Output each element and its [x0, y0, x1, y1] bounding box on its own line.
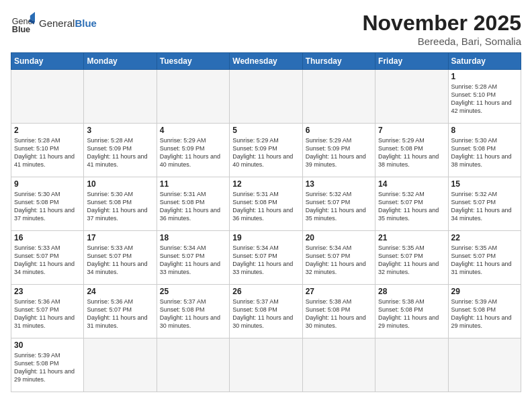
calendar-cell-26: 26Sunrise: 5:37 AMSunset: 5:08 PMDayligh… — [230, 285, 302, 338]
calendar-cell-27: 27Sunrise: 5:38 AMSunset: 5:08 PMDayligh… — [302, 285, 375, 338]
calendar-week-5: 23Sunrise: 5:36 AMSunset: 5:07 PMDayligh… — [11, 285, 521, 338]
day-info: Sunrise: 5:29 AMSunset: 5:09 PMDaylight:… — [306, 136, 372, 169]
day-info: Sunrise: 5:28 AMSunset: 5:09 PMDaylight:… — [87, 136, 153, 169]
weekday-header-wednesday: Wednesday — [230, 53, 302, 70]
day-info: Sunrise: 5:35 AMSunset: 5:07 PMDaylight:… — [378, 244, 445, 277]
day-info: Sunrise: 5:37 AMSunset: 5:08 PMDaylight:… — [160, 298, 226, 330]
day-number: 29 — [451, 287, 518, 296]
day-info: Sunrise: 5:39 AMSunset: 5:08 PMDaylight:… — [451, 298, 518, 330]
calendar-cell-2: 2Sunrise: 5:28 AMSunset: 5:10 PMDaylight… — [11, 124, 84, 177]
day-number: 14 — [378, 179, 445, 189]
calendar-week-4: 16Sunrise: 5:33 AMSunset: 5:07 PMDayligh… — [11, 231, 521, 285]
svg-text:Blue: Blue — [12, 25, 30, 34]
calendar-cell-22: 22Sunrise: 5:35 AMSunset: 5:07 PMDayligh… — [448, 231, 521, 285]
day-number: 21 — [378, 233, 445, 242]
calendar-cell-empty — [448, 338, 521, 392]
calendar-cell-20: 20Sunrise: 5:34 AMSunset: 5:07 PMDayligh… — [302, 231, 375, 285]
day-info: Sunrise: 5:34 AMSunset: 5:07 PMDaylight:… — [160, 244, 226, 277]
day-info: Sunrise: 5:32 AMSunset: 5:07 PMDaylight:… — [306, 190, 372, 223]
calendar-cell-3: 3Sunrise: 5:28 AMSunset: 5:09 PMDaylight… — [84, 124, 157, 177]
calendar-week-1: 1Sunrise: 5:28 AMSunset: 5:10 PMDaylight… — [11, 70, 521, 124]
calendar-cell-12: 12Sunrise: 5:31 AMSunset: 5:08 PMDayligh… — [230, 177, 302, 231]
calendar-cell-9: 9Sunrise: 5:30 AMSunset: 5:08 PMDaylight… — [11, 177, 84, 231]
day-info: Sunrise: 5:33 AMSunset: 5:07 PMDaylight:… — [14, 244, 81, 277]
day-number: 26 — [232, 287, 299, 296]
day-number: 22 — [451, 233, 518, 242]
calendar-cell-30: 30Sunrise: 5:39 AMSunset: 5:08 PMDayligh… — [11, 338, 84, 392]
day-info: Sunrise: 5:28 AMSunset: 5:10 PMDaylight:… — [14, 136, 81, 169]
weekday-header-friday: Friday — [375, 53, 448, 70]
day-number: 11 — [160, 179, 226, 189]
day-number: 27 — [306, 287, 372, 296]
day-number: 2 — [14, 126, 81, 135]
day-number: 30 — [14, 340, 81, 350]
day-info: Sunrise: 5:34 AMSunset: 5:07 PMDaylight:… — [306, 244, 372, 277]
calendar-cell-17: 17Sunrise: 5:33 AMSunset: 5:07 PMDayligh… — [84, 231, 157, 285]
calendar-cell-10: 10Sunrise: 5:30 AMSunset: 5:08 PMDayligh… — [84, 177, 157, 231]
weekday-header-thursday: Thursday — [302, 53, 375, 70]
day-number: 25 — [160, 287, 226, 296]
calendar-cell-empty — [302, 338, 375, 392]
calendar-cell-11: 11Sunrise: 5:31 AMSunset: 5:08 PMDayligh… — [157, 177, 229, 231]
logo-text-normal: General — [39, 17, 75, 29]
day-info: Sunrise: 5:29 AMSunset: 5:09 PMDaylight:… — [160, 136, 226, 169]
calendar-cell-18: 18Sunrise: 5:34 AMSunset: 5:07 PMDayligh… — [157, 231, 229, 285]
calendar-cell-empty — [157, 70, 229, 124]
calendar-cell-empty — [230, 70, 302, 124]
day-info: Sunrise: 5:35 AMSunset: 5:07 PMDaylight:… — [451, 244, 518, 277]
calendar-table: SundayMondayTuesdayWednesdayThursdayFrid… — [11, 52, 521, 392]
calendar-cell-1: 1Sunrise: 5:28 AMSunset: 5:10 PMDaylight… — [448, 70, 521, 124]
day-info: Sunrise: 5:30 AMSunset: 5:08 PMDaylight:… — [87, 190, 153, 223]
calendar-cell-25: 25Sunrise: 5:37 AMSunset: 5:08 PMDayligh… — [157, 285, 229, 338]
day-info: Sunrise: 5:29 AMSunset: 5:08 PMDaylight:… — [378, 136, 445, 169]
day-number: 16 — [14, 233, 81, 242]
day-info: Sunrise: 5:33 AMSunset: 5:07 PMDaylight:… — [87, 244, 153, 277]
day-info: Sunrise: 5:31 AMSunset: 5:08 PMDaylight:… — [160, 190, 226, 223]
day-number: 13 — [306, 179, 372, 189]
calendar-cell-13: 13Sunrise: 5:32 AMSunset: 5:07 PMDayligh… — [302, 177, 375, 231]
calendar-week-2: 2Sunrise: 5:28 AMSunset: 5:10 PMDaylight… — [11, 124, 521, 177]
day-info: Sunrise: 5:31 AMSunset: 5:08 PMDaylight:… — [232, 190, 299, 223]
calendar-week-3: 9Sunrise: 5:30 AMSunset: 5:08 PMDaylight… — [11, 177, 521, 231]
day-info: Sunrise: 5:37 AMSunset: 5:08 PMDaylight:… — [232, 298, 299, 330]
logo-text-bold: Blue — [75, 17, 97, 29]
calendar-cell-21: 21Sunrise: 5:35 AMSunset: 5:07 PMDayligh… — [375, 231, 448, 285]
day-info: Sunrise: 5:38 AMSunset: 5:08 PMDaylight:… — [378, 298, 445, 330]
calendar-cell-24: 24Sunrise: 5:36 AMSunset: 5:07 PMDayligh… — [84, 285, 157, 338]
day-number: 6 — [306, 126, 372, 135]
weekday-header-sunday: Sunday — [11, 53, 84, 70]
day-info: Sunrise: 5:29 AMSunset: 5:09 PMDaylight:… — [232, 136, 299, 169]
page-header: General Blue GeneralBlue November 2025 B… — [11, 11, 521, 47]
calendar-week-6: 30Sunrise: 5:39 AMSunset: 5:08 PMDayligh… — [11, 338, 521, 392]
day-info: Sunrise: 5:32 AMSunset: 5:07 PMDaylight:… — [451, 190, 518, 223]
weekday-header-monday: Monday — [84, 53, 157, 70]
day-number: 10 — [87, 179, 153, 189]
day-info: Sunrise: 5:28 AMSunset: 5:10 PMDaylight:… — [451, 83, 518, 116]
calendar-cell-5: 5Sunrise: 5:29 AMSunset: 5:09 PMDaylight… — [230, 124, 302, 177]
calendar-cell-19: 19Sunrise: 5:34 AMSunset: 5:07 PMDayligh… — [230, 231, 302, 285]
calendar-cell-29: 29Sunrise: 5:39 AMSunset: 5:08 PMDayligh… — [448, 285, 521, 338]
day-number: 15 — [451, 179, 518, 189]
calendar-cell-empty — [230, 338, 302, 392]
day-info: Sunrise: 5:30 AMSunset: 5:08 PMDaylight:… — [451, 136, 518, 169]
day-number: 5 — [232, 126, 299, 135]
day-info: Sunrise: 5:36 AMSunset: 5:07 PMDaylight:… — [14, 298, 81, 330]
calendar-cell-empty — [11, 70, 84, 124]
day-number: 24 — [87, 287, 153, 296]
day-info: Sunrise: 5:38 AMSunset: 5:08 PMDaylight:… — [306, 298, 372, 330]
calendar-cell-15: 15Sunrise: 5:32 AMSunset: 5:07 PMDayligh… — [448, 177, 521, 231]
logo-icon: General Blue — [11, 11, 35, 35]
calendar-cell-16: 16Sunrise: 5:33 AMSunset: 5:07 PMDayligh… — [11, 231, 84, 285]
day-info: Sunrise: 5:30 AMSunset: 5:08 PMDaylight:… — [14, 190, 81, 223]
day-number: 20 — [306, 233, 372, 242]
calendar-cell-empty — [157, 338, 229, 392]
title-block: November 2025 Bereeda, Bari, Somalia — [362, 11, 521, 47]
weekday-header-row: SundayMondayTuesdayWednesdayThursdayFrid… — [11, 53, 521, 70]
day-number: 9 — [14, 179, 81, 189]
calendar-cell-empty — [375, 70, 448, 124]
day-number: 4 — [160, 126, 226, 135]
logo: General Blue GeneralBlue — [11, 11, 97, 35]
day-info: Sunrise: 5:32 AMSunset: 5:07 PMDaylight:… — [378, 190, 445, 223]
calendar-cell-4: 4Sunrise: 5:29 AMSunset: 5:09 PMDaylight… — [157, 124, 229, 177]
weekday-header-tuesday: Tuesday — [157, 53, 229, 70]
